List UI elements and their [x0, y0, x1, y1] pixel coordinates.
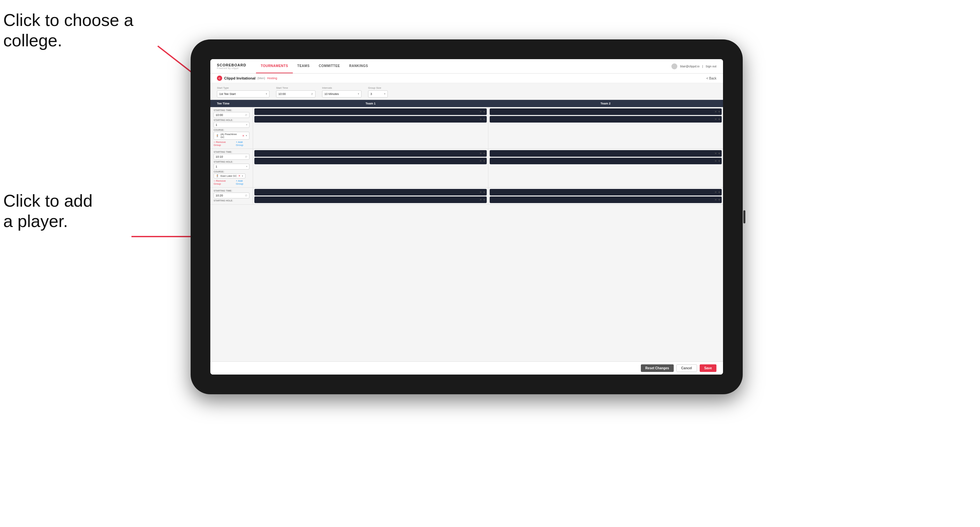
gender-badge: (Men) — [257, 76, 265, 80]
chevron-icon: ▾ — [484, 198, 485, 202]
annotation-add-player: Click to add a player. — [3, 190, 93, 232]
player-slot-2-1[interactable]: ✕ ▾ — [490, 108, 722, 115]
team1-section-1: ✕ ▾ ✕ ▾ — [253, 107, 488, 149]
table-row: STARTING TIME: 10:00 ⏱ STARTING HOLE: 1 … — [210, 107, 723, 149]
separator: | — [702, 65, 703, 68]
starting-time-input-3[interactable]: 10:20 ⏱ — [214, 192, 250, 198]
close-icon: ✕ — [479, 110, 482, 113]
player-slot-1-1[interactable]: ✕ ▾ — [255, 108, 487, 115]
close-icon: ✕ — [714, 152, 717, 155]
avatar — [671, 63, 677, 69]
group-right-3: ✕ ▾ ✕ ▾ ✕ ▾ — [253, 187, 723, 204]
tablet-screen: SCOREBOARD Powered by clippd TOURNAMENTS… — [210, 59, 723, 375]
sign-out-link[interactable]: Sign out — [706, 65, 716, 68]
start-time-input[interactable]: 10:00 ⏱ — [276, 90, 315, 98]
close-icon: ✕ — [479, 117, 482, 121]
player-slot-3-1[interactable]: ✕ ▾ — [255, 150, 487, 157]
starting-hole-input-2[interactable]: 1 ▾ — [214, 163, 250, 170]
start-type-label: Start Type — [217, 86, 269, 89]
chevron-icon: ▾ — [718, 198, 720, 202]
col-header-team1: Team 1 — [253, 102, 488, 105]
start-type-select[interactable]: 1st Tee Start ▾ — [217, 90, 269, 98]
tab-committee[interactable]: COMMITTEE — [314, 59, 345, 73]
course-label-1: COURSE: — [214, 129, 250, 131]
player-slot-5-1[interactable]: ✕ ▾ — [255, 189, 487, 195]
nav-tabs: TOURNAMENTS TEAMS COMMITTEE RANKINGS — [256, 59, 372, 73]
chevron-icon-2: ▾ — [246, 165, 247, 168]
clippd-logo-icon: C — [217, 76, 222, 81]
group-right-2: ✕ ▾ ✕ ▾ ✕ ▾ — [253, 149, 723, 187]
table-row: STARTING TIME: 10:10 ⏱ STARTING HOLE: 1 … — [210, 149, 723, 187]
intervals-group: Intervals 10 Minutes ▾ — [322, 86, 361, 98]
clock-icon: ⏱ — [311, 93, 313, 95]
chevron-icon-1: ▾ — [246, 124, 247, 126]
player-rows-1: ✕ ▾ ✕ ▾ ✕ ▾ — [253, 107, 723, 149]
col-header-team2: Team 2 — [488, 102, 723, 105]
group-size-select[interactable]: 3 ▾ — [368, 90, 388, 98]
tab-rankings[interactable]: RANKINGS — [345, 59, 373, 73]
close-icon: ✕ — [714, 159, 717, 163]
group-size-group: Group Size 3 ▾ — [368, 86, 388, 98]
intervals-label: Intervals — [322, 86, 361, 89]
remove-group-1[interactable]: ○ Remove Group — [214, 141, 232, 146]
footer-bar: Reset Changes Cancel Save — [210, 361, 723, 375]
back-link[interactable]: < Back — [706, 76, 716, 80]
chevron-icon: ▾ — [718, 152, 720, 155]
player-slot-4-2[interactable]: ✕ ▾ — [490, 158, 722, 164]
team1-section-2: ✕ ▾ ✕ ▾ — [253, 149, 488, 187]
cancel-button[interactable]: Cancel — [676, 364, 697, 372]
course-tag-2[interactable]: 🏌 East Lake GC ✕ ▾ — [214, 173, 245, 178]
tournament-name: Clippd Invitational — [224, 76, 255, 80]
close-icon: ✕ — [714, 198, 717, 202]
starting-hole-label-3: STARTING HOLE: — [214, 200, 250, 202]
starting-time-input-1[interactable]: 10:00 ⏱ — [214, 112, 250, 118]
add-group-2[interactable]: + Add Group — [236, 179, 250, 185]
starting-hole-input-1[interactable]: 1 ▾ — [214, 122, 250, 128]
chevron-icon: ▾ — [718, 110, 720, 113]
tablet-side-button — [743, 210, 745, 224]
chevron-icon: ▾ — [484, 159, 485, 163]
team2-section-1: ✕ ▾ ✕ ▾ — [488, 107, 723, 149]
player-slot-6-2[interactable]: ✕ ▾ — [490, 197, 722, 203]
remove-course-2[interactable]: ✕ — [238, 175, 240, 178]
starting-time-label-3: STARTING TIME: — [214, 190, 250, 192]
close-icon: ✕ — [714, 117, 717, 121]
user-email: blair@clippd.io — [680, 65, 699, 68]
logo-sub: Powered by clippd — [217, 67, 246, 69]
player-slot-3-2[interactable]: ✕ ▾ — [255, 158, 487, 164]
chevron-icon: ▾ — [484, 190, 485, 194]
player-slot-4-1[interactable]: ✕ ▾ — [490, 150, 722, 157]
remove-course-1[interactable]: ✕ — [242, 134, 245, 137]
course-tag-1[interactable]: 🏌 (A) Peachtree GC ✕ ▾ — [214, 132, 250, 140]
tab-teams[interactable]: TEAMS — [293, 59, 315, 73]
player-slot-2-2[interactable]: ✕ ▾ — [490, 116, 722, 122]
reset-changes-button[interactable]: Reset Changes — [641, 364, 674, 372]
starting-time-input-2[interactable]: 10:10 ⏱ — [214, 154, 250, 160]
logo-title: SCOREBOARD — [217, 63, 246, 67]
sub-header: C Clippd Invitational (Men) Hosting < Ba… — [210, 74, 723, 83]
schedule-table: Tee Time Team 1 Team 2 STARTING TIME: 10… — [210, 100, 723, 361]
starting-time-label-2: STARTING TIME: — [214, 151, 250, 153]
chevron-icon: ▾ — [484, 117, 485, 121]
nav-right: blair@clippd.io | Sign out — [671, 63, 716, 69]
group-left-3: STARTING TIME: 10:20 ⏱ STARTING HOLE: — [210, 187, 253, 204]
remove-group-2[interactable]: ○ Remove Group — [214, 179, 232, 185]
player-slot-6-1[interactable]: ✕ ▾ — [490, 189, 722, 195]
add-group-1[interactable]: + Add Group — [236, 141, 250, 146]
close-icon: ✕ — [479, 198, 482, 202]
intervals-select[interactable]: 10 Minutes ▾ — [322, 90, 361, 98]
chevron-icon: ▾ — [484, 152, 485, 155]
tab-tournaments[interactable]: TOURNAMENTS — [256, 59, 293, 73]
start-type-group: Start Type 1st Tee Start ▾ — [217, 86, 269, 98]
group-right-1: ✕ ▾ ✕ ▾ ✕ ▾ — [253, 107, 723, 149]
player-slot-5-2[interactable]: ✕ ▾ — [255, 197, 487, 203]
nav-bar: SCOREBOARD Powered by clippd TOURNAMENTS… — [210, 59, 723, 74]
course-label-2: COURSE: — [214, 170, 250, 173]
form-area: Start Type 1st Tee Start ▾ Start Time 10… — [210, 83, 723, 100]
nav-logo: SCOREBOARD Powered by clippd — [217, 63, 246, 69]
player-slot-1-2[interactable]: ✕ ▾ — [255, 116, 487, 122]
start-time-label: Start Time — [276, 86, 315, 89]
starting-hole-label-2: STARTING HOLE: — [214, 161, 250, 163]
save-button[interactable]: Save — [700, 364, 716, 372]
chevron-down-icon: ▾ — [266, 93, 267, 95]
